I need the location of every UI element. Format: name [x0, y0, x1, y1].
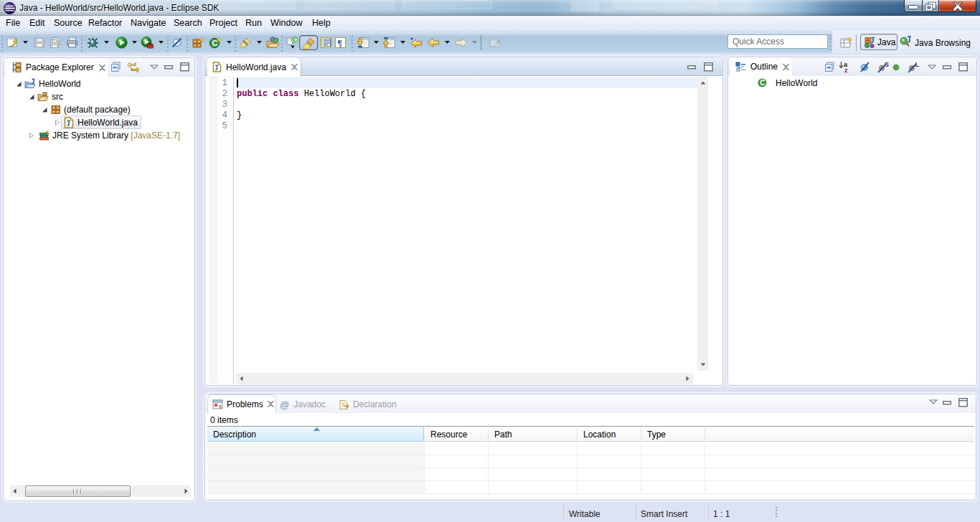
svg-text:¶: ¶: [337, 38, 342, 48]
svg-text:z: z: [844, 67, 848, 73]
svg-text:C: C: [760, 79, 765, 87]
